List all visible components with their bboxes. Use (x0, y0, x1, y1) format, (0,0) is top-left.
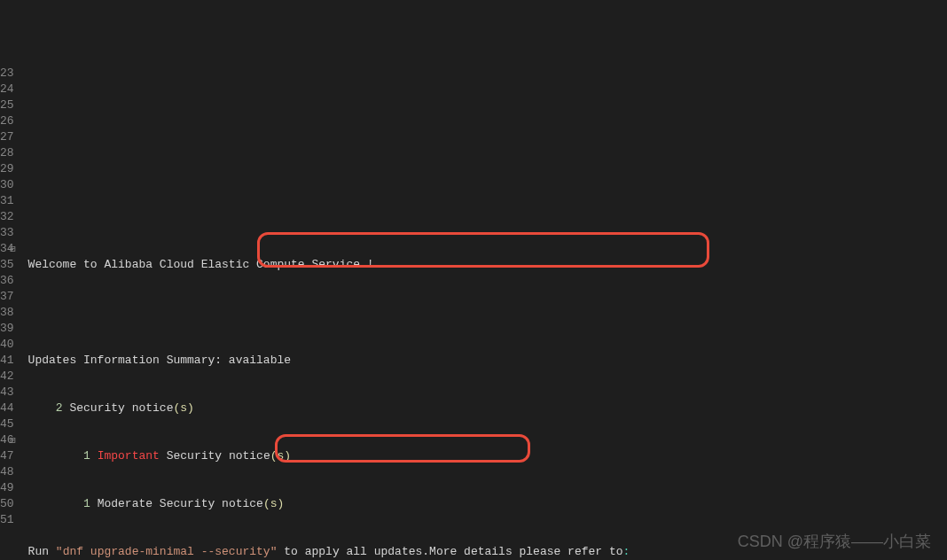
updates-moderate: 1 Moderate Security notice(s) (28, 496, 947, 512)
updates-important: 1 Important Security notice(s) (28, 448, 947, 464)
welcome-line: Welcome to Alibaba Cloud Elastic Compute… (28, 257, 947, 273)
watermark: CSDN @程序猿——小白菜 (738, 533, 931, 549)
code-area[interactable]: ⊟ ⊟ Welcome to Alibaba Cloud Elastic Com… (20, 64, 947, 560)
fold-icon[interactable]: ⊟ (9, 241, 18, 257)
line-number-gutter: 2324252627282930313233343536373839404142… (0, 64, 20, 560)
editor-root: 2324252627282930313233343536373839404142… (0, 64, 947, 560)
updates-header: Updates Information Summary: available (28, 353, 947, 369)
updates-security: 2 Security notice(s) (28, 401, 947, 416)
fold-icon[interactable]: ⊟ (9, 432, 18, 448)
